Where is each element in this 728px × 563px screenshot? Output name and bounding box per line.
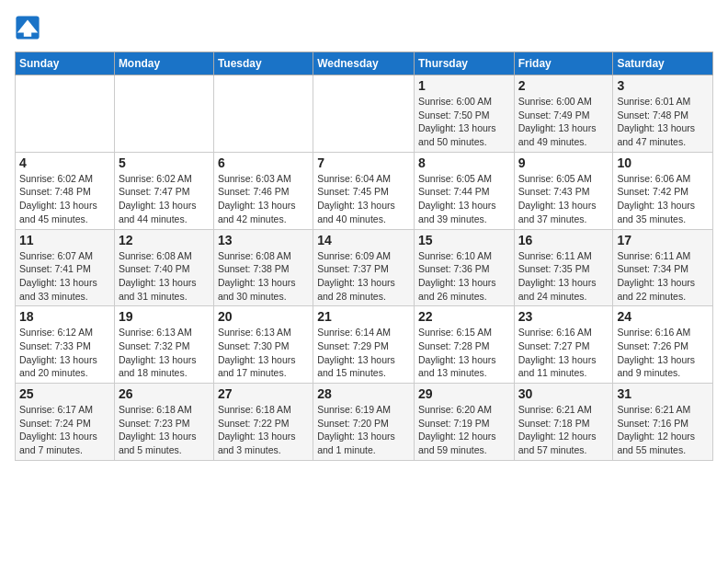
day-detail: Sunrise: 6:05 AM Sunset: 7:44 PM Dayligh… (418, 172, 510, 226)
calendar-cell (114, 75, 213, 153)
day-number: 16 (518, 233, 609, 247)
day-number: 5 (119, 155, 210, 170)
calendar-cell: 26Sunrise: 6:18 AM Sunset: 7:23 PM Dayli… (114, 384, 213, 461)
day-detail: Sunrise: 6:11 AM Sunset: 7:35 PM Dayligh… (518, 249, 609, 304)
day-number: 24 (617, 309, 709, 324)
day-number: 15 (418, 233, 510, 247)
calendar-week-row: 11Sunrise: 6:07 AM Sunset: 7:41 PM Dayli… (16, 229, 713, 306)
column-header-thursday: Thursday (414, 52, 514, 75)
day-detail: Sunrise: 6:21 AM Sunset: 7:16 PM Dayligh… (617, 403, 709, 457)
day-number: 3 (617, 78, 709, 93)
day-detail: Sunrise: 6:13 AM Sunset: 7:30 PM Dayligh… (218, 326, 309, 380)
day-detail: Sunrise: 6:18 AM Sunset: 7:23 PM Dayligh… (119, 403, 210, 457)
day-number: 20 (218, 309, 309, 324)
calendar-cell: 3Sunrise: 6:01 AM Sunset: 7:48 PM Daylig… (613, 75, 713, 153)
calendar-week-row: 25Sunrise: 6:17 AM Sunset: 7:24 PM Dayli… (16, 384, 713, 461)
svg-rect-2 (24, 30, 31, 37)
day-number: 18 (19, 309, 110, 324)
day-detail: Sunrise: 6:00 AM Sunset: 7:49 PM Dayligh… (518, 95, 609, 149)
calendar-cell: 13Sunrise: 6:08 AM Sunset: 7:38 PM Dayli… (213, 229, 313, 306)
day-detail: Sunrise: 6:15 AM Sunset: 7:28 PM Dayligh… (418, 326, 510, 380)
column-header-monday: Monday (114, 52, 213, 75)
calendar-cell (213, 75, 313, 153)
day-number: 2 (518, 78, 609, 93)
calendar-cell: 4Sunrise: 6:02 AM Sunset: 7:48 PM Daylig… (16, 152, 115, 229)
day-number: 30 (518, 386, 609, 401)
day-number: 31 (617, 386, 709, 401)
day-detail: Sunrise: 6:19 AM Sunset: 7:20 PM Dayligh… (317, 403, 410, 457)
day-number: 1 (418, 78, 510, 93)
calendar-cell: 28Sunrise: 6:19 AM Sunset: 7:20 PM Dayli… (313, 384, 415, 461)
day-number: 10 (617, 155, 709, 170)
column-header-tuesday: Tuesday (213, 52, 313, 75)
calendar-cell: 17Sunrise: 6:11 AM Sunset: 7:34 PM Dayli… (613, 229, 713, 306)
calendar-cell: 6Sunrise: 6:03 AM Sunset: 7:46 PM Daylig… (213, 152, 313, 229)
day-detail: Sunrise: 6:00 AM Sunset: 7:50 PM Dayligh… (418, 95, 510, 149)
calendar-cell: 15Sunrise: 6:10 AM Sunset: 7:36 PM Dayli… (414, 229, 514, 306)
calendar-cell: 7Sunrise: 6:04 AM Sunset: 7:45 PM Daylig… (313, 152, 415, 229)
column-header-wednesday: Wednesday (313, 52, 415, 75)
day-number: 14 (317, 233, 410, 247)
day-detail: Sunrise: 6:21 AM Sunset: 7:18 PM Dayligh… (518, 403, 609, 457)
calendar-cell: 27Sunrise: 6:18 AM Sunset: 7:22 PM Dayli… (213, 384, 313, 461)
day-detail: Sunrise: 6:01 AM Sunset: 7:48 PM Dayligh… (617, 95, 709, 149)
day-detail: Sunrise: 6:12 AM Sunset: 7:33 PM Dayligh… (19, 326, 110, 380)
day-detail: Sunrise: 6:09 AM Sunset: 7:37 PM Dayligh… (317, 249, 410, 304)
calendar-cell: 21Sunrise: 6:14 AM Sunset: 7:29 PM Dayli… (313, 306, 415, 384)
day-number: 7 (317, 155, 410, 170)
day-number: 25 (19, 386, 110, 401)
day-detail: Sunrise: 6:07 AM Sunset: 7:41 PM Dayligh… (19, 249, 110, 304)
calendar-cell: 16Sunrise: 6:11 AM Sunset: 7:35 PM Dayli… (514, 229, 613, 306)
logo-icon (15, 15, 40, 40)
day-detail: Sunrise: 6:20 AM Sunset: 7:19 PM Dayligh… (418, 403, 510, 457)
column-header-friday: Friday (514, 52, 613, 75)
calendar-cell: 31Sunrise: 6:21 AM Sunset: 7:16 PM Dayli… (613, 384, 713, 461)
column-header-sunday: Sunday (16, 52, 115, 75)
day-detail: Sunrise: 6:13 AM Sunset: 7:32 PM Dayligh… (119, 326, 210, 380)
calendar-cell: 25Sunrise: 6:17 AM Sunset: 7:24 PM Dayli… (16, 384, 115, 461)
day-number: 12 (119, 233, 210, 247)
calendar-cell: 12Sunrise: 6:08 AM Sunset: 7:40 PM Dayli… (114, 229, 213, 306)
day-detail: Sunrise: 6:14 AM Sunset: 7:29 PM Dayligh… (317, 326, 410, 380)
day-number: 21 (317, 309, 410, 324)
calendar-cell: 2Sunrise: 6:00 AM Sunset: 7:49 PM Daylig… (514, 75, 613, 153)
day-number: 28 (317, 386, 410, 401)
day-detail: Sunrise: 6:02 AM Sunset: 7:48 PM Dayligh… (19, 172, 110, 226)
calendar-cell (313, 75, 415, 153)
calendar-week-row: 18Sunrise: 6:12 AM Sunset: 7:33 PM Dayli… (16, 306, 713, 384)
day-detail: Sunrise: 6:08 AM Sunset: 7:38 PM Dayligh… (218, 249, 309, 304)
day-detail: Sunrise: 6:03 AM Sunset: 7:46 PM Dayligh… (218, 172, 309, 226)
calendar-cell: 23Sunrise: 6:16 AM Sunset: 7:27 PM Dayli… (514, 306, 613, 384)
day-detail: Sunrise: 6:18 AM Sunset: 7:22 PM Dayligh… (218, 403, 309, 457)
day-number: 11 (19, 233, 110, 247)
calendar-cell: 1Sunrise: 6:00 AM Sunset: 7:50 PM Daylig… (414, 75, 514, 153)
day-detail: Sunrise: 6:16 AM Sunset: 7:26 PM Dayligh… (617, 326, 709, 380)
day-detail: Sunrise: 6:10 AM Sunset: 7:36 PM Dayligh… (418, 249, 510, 304)
column-header-saturday: Saturday (613, 52, 713, 75)
day-number: 22 (418, 309, 510, 324)
day-detail: Sunrise: 6:17 AM Sunset: 7:24 PM Dayligh… (19, 403, 110, 457)
day-number: 9 (518, 155, 609, 170)
day-detail: Sunrise: 6:16 AM Sunset: 7:27 PM Dayligh… (518, 326, 609, 380)
day-detail: Sunrise: 6:11 AM Sunset: 7:34 PM Dayligh… (617, 249, 709, 304)
day-detail: Sunrise: 6:02 AM Sunset: 7:47 PM Dayligh… (119, 172, 210, 226)
calendar-cell (16, 75, 115, 153)
day-number: 19 (119, 309, 210, 324)
calendar-cell: 9Sunrise: 6:05 AM Sunset: 7:43 PM Daylig… (514, 152, 613, 229)
calendar-cell: 24Sunrise: 6:16 AM Sunset: 7:26 PM Dayli… (613, 306, 713, 384)
day-number: 6 (218, 155, 309, 170)
calendar-cell: 5Sunrise: 6:02 AM Sunset: 7:47 PM Daylig… (114, 152, 213, 229)
calendar-cell: 19Sunrise: 6:13 AM Sunset: 7:32 PM Dayli… (114, 306, 213, 384)
calendar-cell: 20Sunrise: 6:13 AM Sunset: 7:30 PM Dayli… (213, 306, 313, 384)
day-number: 17 (617, 233, 709, 247)
calendar-header-row: SundayMondayTuesdayWednesdayThursdayFrid… (16, 52, 713, 75)
day-number: 27 (218, 386, 309, 401)
day-number: 8 (418, 155, 510, 170)
calendar-week-row: 1Sunrise: 6:00 AM Sunset: 7:50 PM Daylig… (16, 75, 713, 153)
calendar-cell: 14Sunrise: 6:09 AM Sunset: 7:37 PM Dayli… (313, 229, 415, 306)
page-header (15, 15, 713, 40)
day-number: 29 (418, 386, 510, 401)
day-detail: Sunrise: 6:08 AM Sunset: 7:40 PM Dayligh… (119, 249, 210, 304)
calendar-cell: 10Sunrise: 6:06 AM Sunset: 7:42 PM Dayli… (613, 152, 713, 229)
calendar-cell: 18Sunrise: 6:12 AM Sunset: 7:33 PM Dayli… (16, 306, 115, 384)
